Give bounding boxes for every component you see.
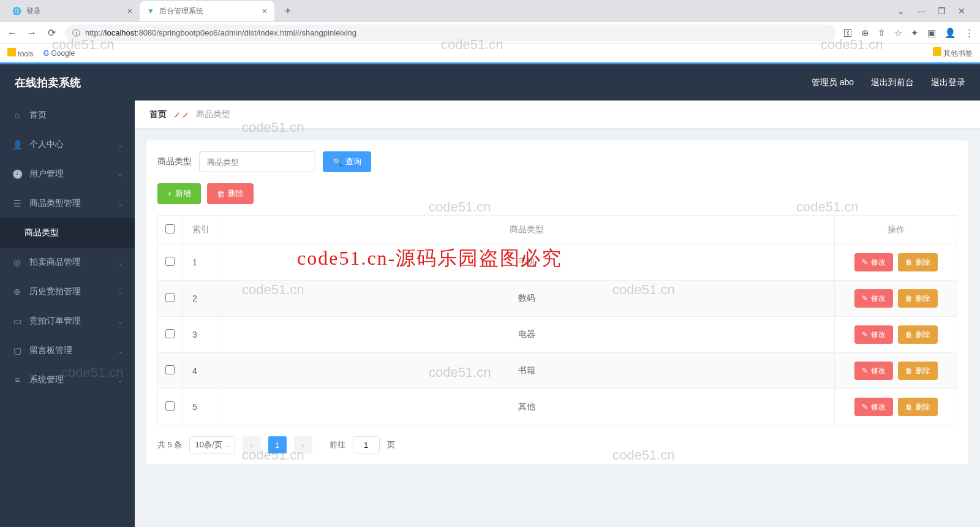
edit-icon: ✎ (862, 366, 868, 375)
sidebar-item[interactable]: ⊕历史竞拍管理⌄ (0, 277, 135, 306)
goto-input[interactable] (353, 436, 380, 453)
cell-type: 数码 (219, 281, 835, 317)
menu-icon: ⌂ (12, 110, 22, 120)
breadcrumb-home[interactable]: 首页 (149, 109, 167, 120)
chevron-down-icon: ⌄ (118, 142, 123, 148)
browser-tab-1[interactable]: ▼ 后台管理系统 × (140, 1, 274, 21)
row-delete-button[interactable]: 🗑 删除 (898, 289, 938, 308)
sidebar: ⌂首页👤个人中心⌄🕘用户管理⌄☰商品类型管理⌄商品类型◎拍卖商品管理⌄⊕历史竞拍… (0, 100, 135, 527)
col-type: 商品类型 (219, 216, 835, 245)
share-icon[interactable]: ⇧ (878, 28, 886, 39)
action-row: + 新增 🗑 删除 (157, 183, 957, 204)
edit-button[interactable]: ✎ 修改 (854, 325, 893, 344)
tab-row: 🌐 登录 × ▼ 后台管理系统 × + ⌄ — ❐ ✕ (0, 0, 980, 22)
admin-label[interactable]: 管理员 abo (812, 77, 854, 88)
row-delete-button[interactable]: 🗑 删除 (898, 362, 938, 380)
plus-icon: + (167, 189, 172, 199)
add-button[interactable]: + 新增 (157, 183, 201, 204)
panel-icon[interactable]: ▣ (927, 28, 936, 39)
sidebar-item-label: 拍卖商品管理 (29, 257, 81, 268)
bookmark-other[interactable]: 其他书签 (933, 47, 973, 59)
chevron-down-icon: ⌄ (118, 377, 123, 384)
sidebar-item-label: 竞拍订单管理 (29, 316, 81, 327)
close-icon[interactable]: × (127, 6, 132, 16)
sidebar-item[interactable]: 🕘用户管理⌄ (0, 159, 135, 189)
close-icon[interactable]: ✕ (958, 6, 965, 16)
prev-page-button[interactable]: ‹ (243, 436, 261, 453)
profile-icon[interactable]: 👤 (944, 28, 956, 39)
sidebar-item[interactable]: ⌂首页 (0, 100, 135, 130)
chevron-down-icon: ⌄ (118, 200, 123, 207)
cell-index: 4 (183, 353, 219, 389)
url-prefix: http:// (85, 28, 105, 37)
key-icon[interactable]: ⚿ (843, 28, 853, 38)
window-controls: ⌄ — ❐ ✕ (897, 6, 975, 16)
delete-button[interactable]: 🗑 删除 (207, 183, 254, 204)
forward-icon[interactable]: → (26, 28, 38, 39)
logout-link[interactable]: 退出登录 (931, 77, 965, 88)
back-icon[interactable]: ← (6, 28, 18, 39)
trash-icon: 🗑 (905, 330, 913, 339)
zoom-icon[interactable]: ⊕ (861, 28, 869, 39)
exit-front-link[interactable]: 退出到前台 (871, 77, 914, 88)
page-button-1[interactable]: 1 (268, 436, 287, 453)
cell-index: 3 (183, 317, 219, 353)
browser-tab-0[interactable]: 🌐 登录 × (5, 1, 140, 21)
add-label: 新增 (175, 188, 191, 199)
content-panel: 商品类型 🔍 查询 + 新增 🗑 删除 (146, 140, 969, 465)
row-checkbox[interactable] (165, 365, 175, 374)
cell-type: 书籍 (219, 353, 835, 389)
chevron-down-icon: ⌄ (118, 259, 123, 266)
sidebar-item[interactable]: ▢留言板管理⌄ (0, 336, 135, 365)
tab-title: 后台管理系统 (159, 6, 203, 17)
sidebar-item[interactable]: ≡系统管理⌄ (0, 365, 135, 395)
row-delete-button[interactable]: 🗑 删除 (898, 398, 938, 416)
edit-button[interactable]: ✎ 修改 (854, 362, 893, 380)
topbar: 在线拍卖系统 管理员 abo 退出到前台 退出登录 (0, 63, 980, 100)
per-page-select[interactable]: 10条/页 ⌄ (189, 436, 235, 453)
table-row: 3电器✎ 修改🗑 删除 (158, 317, 957, 353)
search-input[interactable] (199, 151, 315, 172)
sidebar-item[interactable]: ◎拍卖商品管理⌄ (0, 248, 135, 277)
url-bar[interactable]: ⓘ http://localhost:8080/springbootp0eo6/… (65, 25, 836, 42)
search-row: 商品类型 🔍 查询 (157, 151, 957, 172)
edit-button[interactable]: ✎ 修改 (854, 289, 893, 308)
menu-icon: ▢ (12, 346, 22, 355)
minimize-icon[interactable]: — (917, 6, 925, 16)
row-checkbox[interactable] (165, 329, 175, 338)
chevron-down-icon: ⌄ (118, 171, 123, 178)
col-ops: 操作 (835, 216, 957, 245)
sidebar-item[interactable]: 👤个人中心⌄ (0, 130, 135, 159)
bookmark-bar: tools G Google 其他书签 (0, 44, 980, 63)
new-tab-button[interactable]: + (279, 5, 296, 18)
row-checkbox[interactable] (165, 401, 175, 411)
edit-button[interactable]: ✎ 修改 (854, 253, 893, 271)
query-button[interactable]: 🔍 查询 (323, 151, 371, 172)
close-icon[interactable]: × (262, 6, 267, 16)
chevron-down-icon[interactable]: ⌄ (897, 6, 905, 16)
sidebar-item[interactable]: 商品类型 (0, 218, 135, 248)
row-delete-button[interactable]: 🗑 删除 (898, 325, 938, 344)
reload-icon[interactable]: ⟳ (45, 27, 58, 39)
row-checkbox[interactable] (165, 257, 175, 266)
extensions-icon[interactable]: ✦ (911, 28, 919, 39)
table-row: 4书籍✎ 修改🗑 删除 (158, 353, 957, 389)
row-delete-button[interactable]: 🗑 删除 (898, 253, 938, 271)
bookmark-google[interactable]: G Google (43, 49, 75, 58)
url-path: :8080/springbootp0eo6/admin/dist/index.h… (137, 28, 356, 37)
row-checkbox[interactable] (165, 293, 175, 302)
pager-total: 共 5 条 (157, 439, 182, 450)
info-icon: ⓘ (72, 28, 80, 39)
bookmark-tools[interactable]: tools (7, 48, 34, 58)
edit-button[interactable]: ✎ 修改 (854, 398, 893, 416)
menu-icon[interactable]: ⋮ (965, 28, 974, 39)
next-page-button[interactable]: › (294, 436, 312, 453)
trash-icon: 🗑 (905, 258, 913, 267)
sidebar-item[interactable]: ▭竞拍订单管理⌄ (0, 306, 135, 336)
select-all-checkbox[interactable] (165, 224, 175, 233)
maximize-icon[interactable]: ❐ (938, 6, 946, 16)
sidebar-item[interactable]: ☰商品类型管理⌄ (0, 189, 135, 218)
edit-icon: ✎ (862, 330, 868, 339)
star-icon[interactable]: ☆ (894, 28, 902, 39)
edit-icon: ✎ (862, 294, 868, 303)
